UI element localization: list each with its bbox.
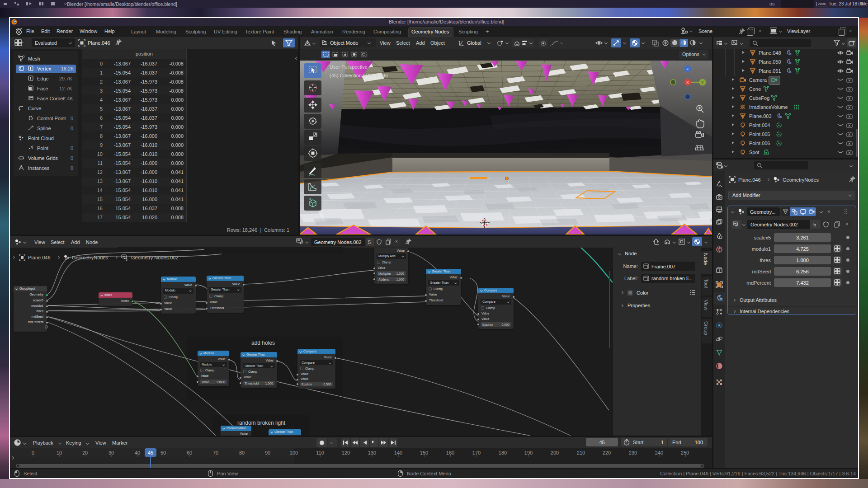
svg-text:Z: Z (687, 67, 689, 71)
svg-text:Y: Y (701, 80, 704, 84)
svg-text:X: X (686, 80, 689, 84)
